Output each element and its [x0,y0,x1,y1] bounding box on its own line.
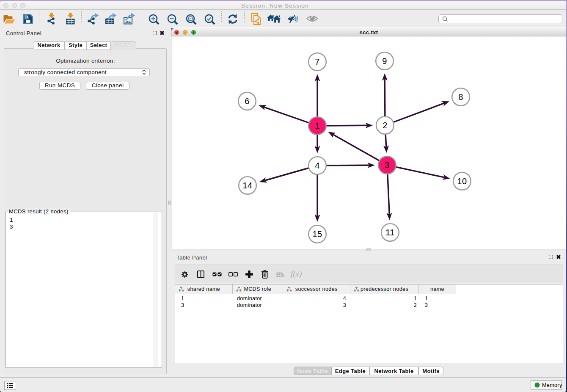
svg-text:1: 1 [315,121,320,130]
svg-text:2: 2 [383,121,388,130]
svg-text:9: 9 [382,56,387,66]
svg-text:3: 3 [385,160,390,170]
svg-text:10: 10 [457,177,467,186]
svg-text:4: 4 [315,161,320,170]
svg-text:14: 14 [242,181,252,190]
svg-text:15: 15 [312,229,322,239]
svg-text:6: 6 [245,97,250,106]
svg-text:7: 7 [315,57,320,66]
svg-text:f(x): f(x) [291,270,302,279]
svg-text:11: 11 [385,228,395,237]
svg-text:8: 8 [458,92,463,102]
